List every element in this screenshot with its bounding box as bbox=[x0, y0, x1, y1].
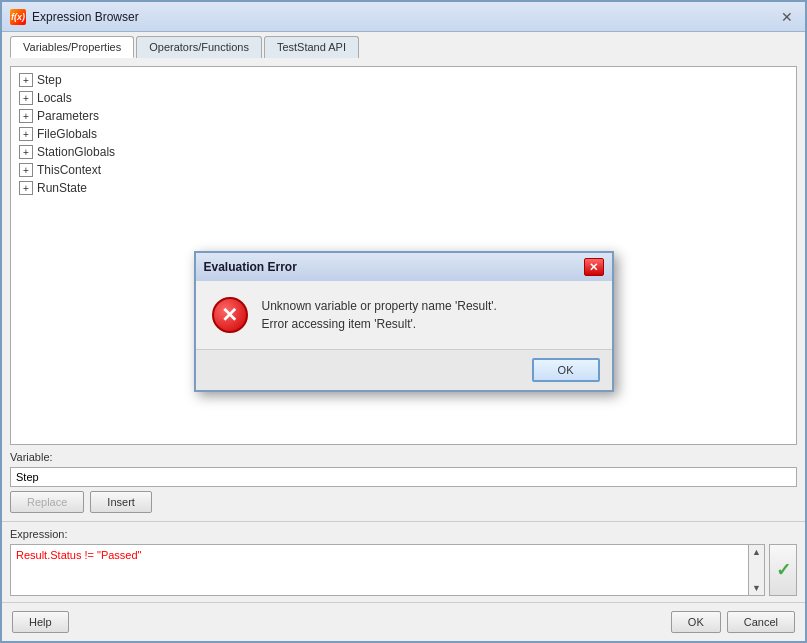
dialog-ok-button[interactable]: OK bbox=[532, 358, 600, 382]
dialog-close-button[interactable]: ✕ bbox=[584, 258, 604, 276]
dialog-title-bar: Evaluation Error ✕ bbox=[196, 253, 612, 281]
evaluation-error-dialog: Evaluation Error ✕ ✕ Unknown variable or… bbox=[194, 251, 614, 392]
error-icon: ✕ bbox=[212, 297, 248, 333]
dialog-title: Evaluation Error bbox=[204, 260, 297, 274]
dialog-body: ✕ Unknown variable or property name 'Res… bbox=[196, 281, 612, 349]
dialog-message-line1: Unknown variable or property name 'Resul… bbox=[262, 297, 596, 315]
dialog-footer: OK bbox=[196, 349, 612, 390]
dialog-content-row: ✕ Unknown variable or property name 'Res… bbox=[212, 297, 596, 333]
dialog-message: Unknown variable or property name 'Resul… bbox=[262, 297, 596, 333]
dialog-message-line2: Error accessing item 'Result'. bbox=[262, 315, 596, 333]
main-window: f(x) Expression Browser ✕ Variables/Prop… bbox=[0, 0, 807, 643]
dialog-overlay: Evaluation Error ✕ ✕ Unknown variable or… bbox=[2, 2, 805, 641]
